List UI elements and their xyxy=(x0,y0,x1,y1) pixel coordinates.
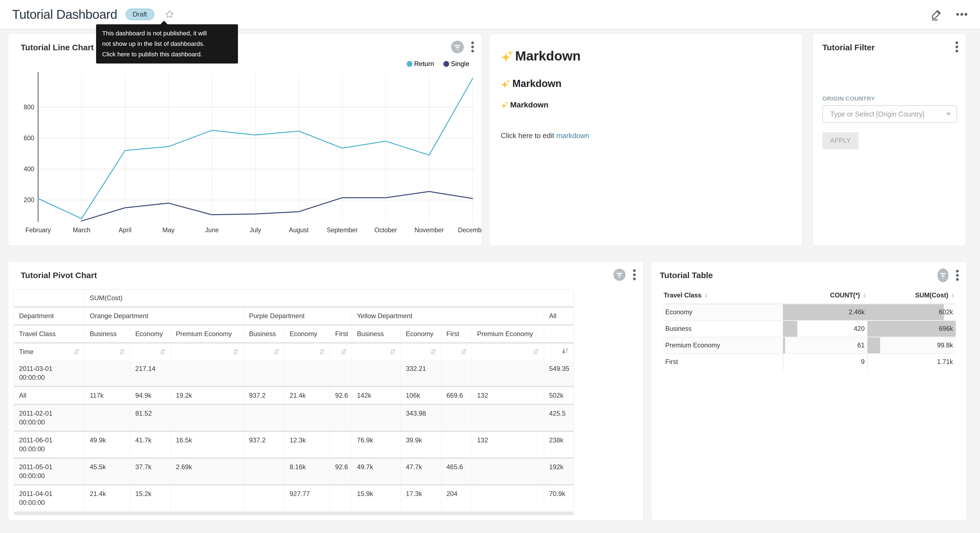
draft-tooltip[interactable]: This dashboard is not published, it will… xyxy=(96,24,238,64)
pivot-row-label: 2011-05-01 00:00:00 xyxy=(14,458,85,485)
cell-sum: 99.8k xyxy=(867,337,956,354)
pivot-sort-cell xyxy=(544,343,574,361)
pivot-cell: 92.6 xyxy=(330,458,352,485)
pivot-data-row: 2011-05-01 00:00:0045.5k37.7k2.69k8.16k9… xyxy=(14,458,574,485)
sort-icon[interactable]: ⇵ xyxy=(340,348,347,356)
pivot-cell xyxy=(285,405,330,431)
pivot-filter-icon[interactable] xyxy=(613,269,625,281)
sort-carets-icon[interactable]: ▲▼ xyxy=(863,293,866,298)
pivot-department-row: DepartmentOrange DepartmentPurple Depart… xyxy=(14,307,574,325)
svg-text:December: December xyxy=(458,227,482,234)
pivot-class-header: Economy xyxy=(285,325,330,343)
filter-kebab-icon[interactable] xyxy=(955,41,958,53)
pivot-cell: 132 xyxy=(472,387,544,405)
cell-travel-class: Economy xyxy=(663,304,783,321)
select-placeholder: Type or Select [Origin Country] xyxy=(830,110,946,118)
status-badge[interactable]: Draft xyxy=(126,8,154,20)
sort-icon[interactable]: ⇵ xyxy=(73,348,80,356)
svg-text:July: July xyxy=(250,227,261,234)
pivot-cell: 117k xyxy=(85,387,130,405)
pivot-row-label: 2011-03-01 00:00:00 xyxy=(14,361,85,387)
markdown-edit-link[interactable]: markdown xyxy=(556,131,589,140)
pivot-cell xyxy=(171,405,244,431)
apply-button[interactable]: APPLY xyxy=(822,132,859,149)
svg-text:August: August xyxy=(289,227,309,234)
table-row: Economy2.46k602k xyxy=(663,304,956,321)
pivot-cell: 204 xyxy=(441,485,472,511)
sort-icon[interactable]: ⇵ xyxy=(233,348,239,356)
table-row: Premium Economy6199.8k xyxy=(663,337,956,354)
pivot-cell xyxy=(441,361,472,387)
sort-icon[interactable]: ⇵ xyxy=(430,348,436,356)
legend-label: Return xyxy=(414,60,434,68)
pivot-cell: 70.9k xyxy=(544,485,574,511)
pivot-class-header: Economy xyxy=(401,325,441,343)
pivot-cell xyxy=(330,485,352,511)
table-filter-icon[interactable] xyxy=(937,268,948,282)
pivot-data-row: 2011-04-01 00:00:0021.4k15.2k927.7715.9k… xyxy=(14,485,574,511)
pivot-cell: 343.98 xyxy=(401,405,441,431)
cell-count: 2.46k xyxy=(783,304,867,321)
horizontal-scrollbar[interactable] xyxy=(14,512,574,515)
sort-desc-icon[interactable] xyxy=(562,348,569,356)
sort-icon[interactable]: ⇵ xyxy=(319,348,325,356)
pivot-time-header: Time⇵ xyxy=(14,343,85,361)
sort-carets-icon[interactable]: ▲▼ xyxy=(704,293,708,298)
pivot-cell: 2.69k xyxy=(171,458,244,485)
sparkles-icon xyxy=(501,50,514,62)
pivot-cell: 15.9k xyxy=(352,485,401,511)
pivot-sort-cell: ⇵ xyxy=(330,343,352,361)
pivot-data-row: 2011-06-01 00:00:0049.9k41.7k16.5k937.21… xyxy=(14,431,574,458)
pivot-sort-row: Time⇵⇵⇵⇵⇵⇵⇵⇵⇵⇵⇵ xyxy=(14,343,574,361)
svg-text:February: February xyxy=(25,227,51,234)
pivot-cell: 8.16k xyxy=(285,458,330,485)
table-card: Tutorial Table Travel Class▲▼COUNT(*)▲▼S… xyxy=(651,262,966,520)
sort-icon[interactable]: ⇵ xyxy=(533,348,539,356)
table-kebab-icon[interactable] xyxy=(956,269,959,282)
cell-sum: 696k xyxy=(867,321,956,337)
pivot-class-header: Business xyxy=(244,325,285,343)
pivot-class-header: Business xyxy=(85,325,130,343)
sort-icon[interactable]: ⇵ xyxy=(119,348,125,356)
pivot-cell xyxy=(244,458,285,485)
cell-travel-class: Business xyxy=(663,321,783,337)
pivot-cell xyxy=(285,361,330,387)
cell-travel-class: First xyxy=(663,354,783,370)
sort-carets-icon[interactable]: ▲▼ xyxy=(951,293,955,298)
pivot-cell: 94.9k xyxy=(130,387,171,405)
pivot-cell: 17.3k xyxy=(401,485,441,511)
pivot-sort-cell: ⇵ xyxy=(244,343,285,361)
svg-text:June: June xyxy=(205,227,219,234)
cell-sum: 1.71k xyxy=(867,354,956,370)
legend-item-return[interactable]: Return xyxy=(407,60,434,68)
pivot-group-header: Purple Department xyxy=(244,307,352,325)
column-header-count-[interactable]: COUNT(*)▲▼ xyxy=(783,287,867,304)
pivot-cell: 465.6 xyxy=(441,458,472,485)
sort-icon[interactable]: ⇵ xyxy=(390,348,396,356)
markdown-card[interactable]: Markdown Markdown Markdown Click here to… xyxy=(490,34,802,246)
sort-icon[interactable]: ⇵ xyxy=(273,348,279,356)
svg-text:800: 800 xyxy=(24,104,34,111)
column-header-sum-cost-[interactable]: SUM(Cost)▲▼ xyxy=(867,287,956,304)
pivot-group-header: Orange Department xyxy=(85,307,244,325)
column-header-travel-class[interactable]: Travel Class▲▼ xyxy=(663,287,783,304)
cell-count: 61 xyxy=(783,337,867,354)
origin-country-select[interactable]: Type or Select [Origin Country] xyxy=(822,105,957,123)
pivot-cell xyxy=(330,361,352,387)
pivot-sort-cell: ⇵ xyxy=(472,343,544,361)
more-menu-icon[interactable] xyxy=(956,13,968,16)
favorite-star-icon[interactable] xyxy=(164,9,175,20)
edit-pencil-icon[interactable] xyxy=(930,8,942,21)
pivot-cell: 425.5 xyxy=(544,405,574,431)
data-table: Travel Class▲▼COUNT(*)▲▼SUM(Cost)▲▼Econo… xyxy=(663,287,956,370)
sort-icon[interactable]: ⇵ xyxy=(159,348,165,356)
pivot-sort-cell: ⇵ xyxy=(171,343,244,361)
markdown-h3: Markdown xyxy=(501,101,791,109)
sort-icon[interactable]: ⇵ xyxy=(461,348,467,356)
pivot-cell: 49.7k xyxy=(352,458,401,485)
pivot-kebab-icon[interactable] xyxy=(633,268,636,281)
pivot-cell: 76.9k xyxy=(352,431,401,458)
legend-item-single[interactable]: Single xyxy=(443,60,469,68)
pivot-cell xyxy=(472,405,544,431)
pivot-cell xyxy=(472,458,544,485)
